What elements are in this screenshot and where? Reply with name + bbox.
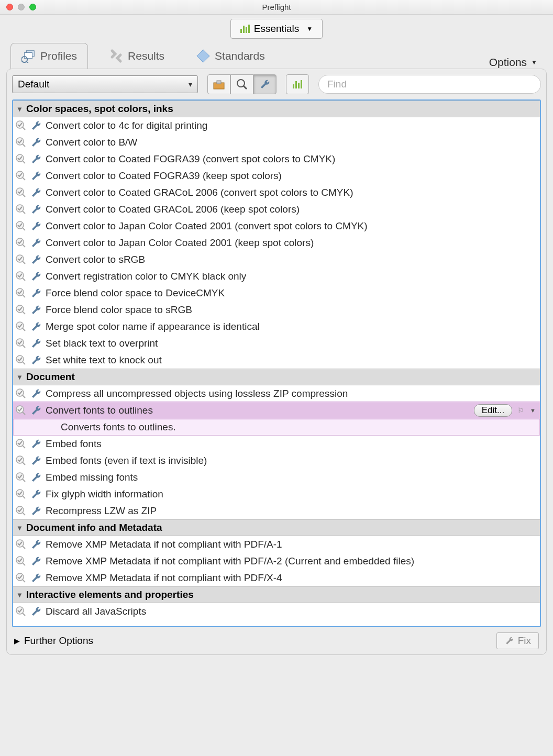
list-item[interactable]: Set white text to knock out	[13, 352, 540, 369]
check-magnifier-icon	[15, 271, 27, 282]
svg-line-22	[23, 228, 25, 230]
triangle-down-icon: ▼	[16, 524, 23, 532]
svg-point-45	[16, 456, 24, 463]
list-item[interactable]: Fix glyph width information	[13, 486, 540, 503]
list-item-label: Embed fonts (even if text is invisible)	[46, 455, 538, 466]
list-item[interactable]: Discard all JavaScripts	[13, 603, 540, 620]
list-item[interactable]: Embed fonts	[13, 436, 540, 452]
wrench-icon	[30, 186, 42, 199]
group-header[interactable]: ▼Interactive elements and properties	[13, 586, 540, 603]
chevron-down-icon[interactable]: ▼	[530, 407, 536, 414]
group-header[interactable]: ▼Document info and Metadata	[13, 519, 540, 536]
list-item[interactable]: Convert color to Coated FOGRA39 (convert…	[13, 151, 540, 168]
fix-button[interactable]: Fix	[496, 632, 539, 649]
svg-line-30	[23, 295, 25, 297]
list-item[interactable]: Convert registration color to CMYK black…	[13, 268, 540, 285]
list-item-label: Convert color to Coated FOGRA39 (convert…	[46, 153, 538, 165]
list-item[interactable]: Merge spot color name if appearance is i…	[13, 318, 540, 335]
svg-point-7	[237, 80, 245, 87]
list-item[interactable]: Remove XMP Metadata if not compliant wit…	[13, 536, 540, 553]
further-options-toggle[interactable]: ▶ Further Options	[14, 635, 93, 647]
list-item-label: Convert color to Coated GRACoL 2006 (con…	[46, 187, 538, 198]
svg-point-33	[16, 322, 24, 329]
svg-line-3	[26, 61, 28, 63]
wrench-icon	[504, 636, 515, 646]
toolbar: Default	[12, 74, 541, 94]
svg-point-43	[16, 439, 24, 447]
magnifier-button[interactable]	[230, 74, 253, 94]
toolbox-button[interactable]	[207, 74, 230, 94]
flag-icon[interactable]: ⚐	[517, 406, 527, 415]
list-item[interactable]: Convert color to Coated GRACoL 2006 (kee…	[13, 201, 540, 218]
wrench-icon	[30, 203, 42, 216]
list-item-label: Convert color to B/W	[46, 137, 538, 148]
list-item[interactable]: Convert color to Coated FOGRA39 (keep sp…	[13, 168, 540, 184]
wrench-icon	[30, 320, 42, 333]
list-item[interactable]: Convert color to Coated GRACoL 2006 (con…	[13, 184, 540, 201]
svg-line-26	[23, 261, 25, 264]
titlebar: Preflight	[0, 0, 553, 15]
check-magnifier-icon	[15, 321, 27, 332]
svg-line-18	[23, 194, 25, 197]
list-item[interactable]: Remove XMP Metadata if not compliant wit…	[13, 570, 540, 586]
svg-point-57	[16, 573, 24, 581]
wrench-icon	[30, 270, 42, 283]
group-title: Color spaces, spot colors, inks	[26, 103, 173, 115]
list-wrapper: ▼Color spaces, spot colors, inksConvert …	[12, 99, 541, 627]
list-item[interactable]: Force blend color space to DeviceCMYK	[13, 285, 540, 302]
bars-filter-button[interactable]	[286, 74, 309, 94]
svg-line-54	[23, 546, 25, 549]
list-item[interactable]: Force blend color space to sRGB	[13, 302, 540, 318]
check-magnifier-icon	[15, 120, 27, 131]
list-item[interactable]: Recompress LZW as ZIP	[13, 503, 540, 519]
standards-icon	[196, 49, 211, 63]
profile-set-dropdown[interactable]: Default	[12, 75, 198, 93]
edit-button[interactable]: Edit...	[474, 404, 512, 417]
list-item-label: Convert color to Coated FOGRA39 (keep sp…	[46, 170, 538, 182]
list-item[interactable]: Convert color to 4c for digital printing	[13, 117, 540, 134]
list-item-label: Embed fonts	[46, 438, 538, 450]
tab-results[interactable]: Results	[98, 43, 175, 69]
results-icon	[109, 49, 124, 63]
list-item[interactable]: Convert fonts to outlinesEdit...⚐▼	[13, 402, 540, 419]
list-item[interactable]: Remove XMP Metadata if not compliant wit…	[13, 553, 540, 570]
search-input[interactable]	[318, 75, 541, 94]
wrench-button[interactable]	[253, 74, 276, 94]
tab-profiles-label: Profiles	[40, 50, 77, 62]
check-magnifier-icon	[15, 137, 27, 148]
svg-point-35	[16, 339, 24, 346]
group-header[interactable]: ▼Color spaces, spot colors, inks	[13, 101, 540, 117]
essentials-dropdown[interactable]: Essentials ▼	[230, 19, 323, 39]
options-menu[interactable]: Options ▼	[489, 56, 543, 69]
group-title: Interactive elements and properties	[26, 589, 194, 601]
wrench-icon	[30, 488, 42, 501]
list-item[interactable]: Embed missing fonts	[13, 469, 540, 486]
list-item[interactable]: Compress all uncompressed objects using …	[13, 385, 540, 402]
list-item-label: Force blend color space to DeviceCMYK	[46, 287, 538, 299]
options-label: Options	[489, 56, 527, 69]
list-item[interactable]: Convert color to Japan Color Coated 2001…	[13, 235, 540, 251]
svg-rect-6	[217, 81, 221, 84]
wrench-icon	[30, 572, 42, 584]
list-item[interactable]: Embed fonts (even if text is invisible)	[13, 452, 540, 469]
list-item[interactable]: Convert color to B/W	[13, 134, 540, 151]
svg-line-12	[23, 144, 25, 147]
bars-icon	[240, 25, 250, 33]
list-item[interactable]: Convert color to sRGB	[13, 251, 540, 268]
list-item-description: Converts fonts to outlines.	[13, 419, 540, 436]
check-magnifier-icon	[15, 304, 27, 316]
check-magnifier-icon	[15, 338, 27, 349]
svg-line-16	[23, 177, 25, 180]
list-item[interactable]: Convert color to Japan Color Coated 2001…	[13, 218, 540, 235]
tab-profiles[interactable]: Profiles	[10, 43, 88, 69]
bottom-bar: ▶ Further Options Fix	[12, 627, 541, 649]
list-item[interactable]: Set black text to overprint	[13, 335, 540, 352]
fixups-list[interactable]: ▼Color spaces, spot colors, inksConvert …	[13, 101, 540, 626]
group-header[interactable]: ▼Document	[13, 369, 540, 385]
check-magnifier-icon	[15, 254, 27, 265]
tab-standards[interactable]: Standards	[185, 43, 275, 69]
check-magnifier-icon	[15, 405, 27, 416]
wrench-icon	[30, 287, 42, 299]
svg-point-53	[16, 540, 24, 547]
wrench-icon	[30, 304, 42, 316]
